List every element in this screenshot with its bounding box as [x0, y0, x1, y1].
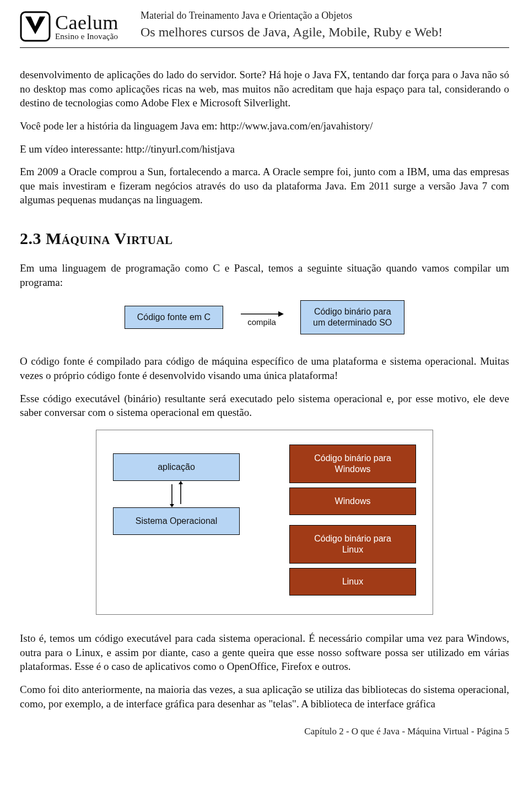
- section-heading: 2.3 Máquina Virtual: [20, 229, 509, 248]
- logo-brand: Caelum: [55, 13, 118, 33]
- paragraph: O código fonte é compilado para código d…: [20, 354, 509, 382]
- box-linux: Linux: [289, 568, 416, 596]
- page-header: Caelum Ensino e Inovação Material do Tre…: [20, 8, 509, 42]
- box-application: aplicação: [113, 453, 240, 481]
- box-windows: Windows: [289, 488, 416, 515]
- arrow-compile: compila: [240, 308, 284, 327]
- box-binary-windows: Código binário para Windows: [289, 445, 416, 483]
- box-binary-so: Código binário para um determinado SO: [300, 300, 404, 334]
- logo-tagline: Ensino e Inovação: [55, 33, 118, 41]
- courses-tagline: Os melhores cursos de Java, Agile, Mobil…: [141, 25, 509, 40]
- logo: Caelum Ensino e Inovação: [20, 8, 118, 42]
- page-footer: Capítulo 2 - O que é Java - Máquina Virt…: [20, 726, 509, 737]
- svg-marker-2: [278, 311, 284, 317]
- paragraph: Isto é, temos um código executável para …: [20, 631, 509, 674]
- box-binary-linux: Código binário para Linux: [289, 525, 416, 564]
- double-arrow-icon: [165, 481, 187, 507]
- arrow-label: compila: [247, 317, 276, 327]
- svg-marker-6: [179, 481, 183, 484]
- box-os: Sistema Operacional: [113, 507, 240, 535]
- header-divider: [20, 47, 509, 48]
- paragraph: Em uma linguagem de programação como C e…: [20, 261, 509, 289]
- paragraph: E um vídeo interessante: http://tinyurl.…: [20, 142, 509, 156]
- paragraph: Como foi dito anteriormente, na maioria …: [20, 683, 509, 711]
- paragraph: desenvolvimento de aplicações do lado do…: [20, 68, 509, 110]
- paragraph: Em 2009 a Oracle comprou a Sun, fortalec…: [20, 165, 509, 207]
- box-source-c: Código fonte em C: [125, 306, 223, 329]
- logo-text: Caelum Ensino e Inovação: [55, 13, 118, 41]
- paragraph: Você pode ler a história da linguagem Ja…: [20, 119, 509, 133]
- os-binary-diagram: aplicação Sistema Operacional Código bin…: [20, 430, 509, 615]
- compile-diagram: Código fonte em C compila Código binário…: [20, 300, 509, 334]
- paragraph: Esse código executável (binário) resulta…: [20, 392, 509, 420]
- training-material-note: Material do Treinamento Java e Orientaçã…: [141, 10, 509, 21]
- caelum-logo-icon: [20, 11, 51, 42]
